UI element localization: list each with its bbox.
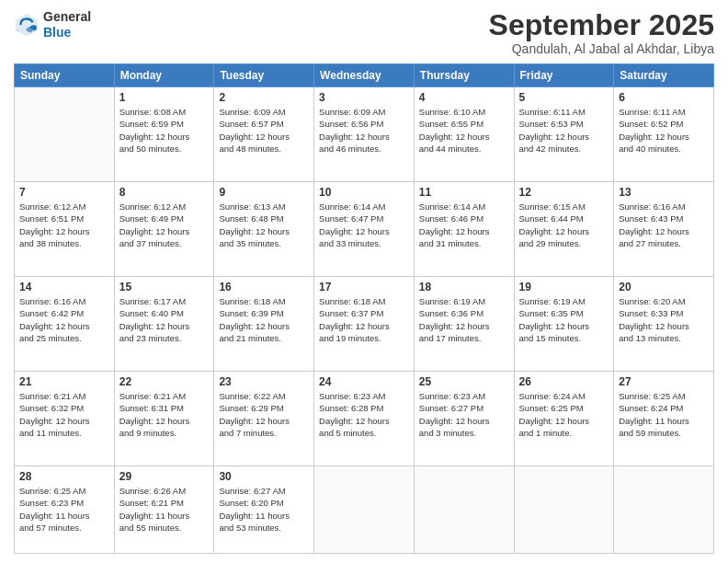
header: General Blue September 2025 Qandulah, Al… xyxy=(14,9,714,56)
day-info: Sunrise: 6:26 AMSunset: 6:21 PMDaylight:… xyxy=(119,485,210,534)
day-cell: 28Sunrise: 6:25 AMSunset: 6:23 PMDayligh… xyxy=(15,466,115,554)
day-number: 29 xyxy=(119,470,210,483)
day-info: Sunrise: 6:27 AMSunset: 6:20 PMDaylight:… xyxy=(219,485,309,534)
day-cell: 18Sunrise: 6:19 AMSunset: 6:36 PMDayligh… xyxy=(414,277,514,372)
day-number: 13 xyxy=(619,186,709,199)
day-cell: 20Sunrise: 6:20 AMSunset: 6:33 PMDayligh… xyxy=(614,277,714,372)
day-info: Sunrise: 6:19 AMSunset: 6:36 PMDaylight:… xyxy=(419,295,509,344)
weekday-header-saturday: Saturday xyxy=(614,64,714,87)
weekday-header-sunday: Sunday xyxy=(15,64,115,87)
day-number: 6 xyxy=(619,91,709,104)
day-cell: 29Sunrise: 6:26 AMSunset: 6:21 PMDayligh… xyxy=(114,466,214,554)
day-cell xyxy=(514,466,614,554)
day-number: 2 xyxy=(219,91,309,104)
day-cell: 24Sunrise: 6:23 AMSunset: 6:28 PMDayligh… xyxy=(314,372,415,466)
day-info: Sunrise: 6:09 AMSunset: 6:57 PMDaylight:… xyxy=(219,106,309,155)
day-cell: 4Sunrise: 6:10 AMSunset: 6:55 PMDaylight… xyxy=(414,87,514,182)
day-info: Sunrise: 6:21 AMSunset: 6:32 PMDaylight:… xyxy=(19,390,109,439)
day-cell: 19Sunrise: 6:19 AMSunset: 6:35 PMDayligh… xyxy=(514,277,614,372)
day-info: Sunrise: 6:25 AMSunset: 6:23 PMDaylight:… xyxy=(19,485,109,534)
day-info: Sunrise: 6:12 AMSunset: 6:51 PMDaylight:… xyxy=(19,201,109,249)
day-info: Sunrise: 6:14 AMSunset: 6:47 PMDaylight:… xyxy=(319,201,409,249)
day-cell: 27Sunrise: 6:25 AMSunset: 6:24 PMDayligh… xyxy=(614,372,714,466)
day-number: 11 xyxy=(419,186,509,199)
day-number: 22 xyxy=(119,375,210,388)
day-cell: 16Sunrise: 6:18 AMSunset: 6:39 PMDayligh… xyxy=(214,277,314,372)
day-number: 26 xyxy=(519,375,609,388)
day-cell: 8Sunrise: 6:12 AMSunset: 6:49 PMDaylight… xyxy=(114,182,214,277)
day-cell: 12Sunrise: 6:15 AMSunset: 6:44 PMDayligh… xyxy=(514,182,614,277)
day-info: Sunrise: 6:16 AMSunset: 6:42 PMDaylight:… xyxy=(19,295,109,344)
title-block: September 2025 Qandulah, Al Jabal al Akh… xyxy=(489,9,714,56)
day-number: 10 xyxy=(319,186,409,199)
day-info: Sunrise: 6:14 AMSunset: 6:46 PMDaylight:… xyxy=(419,201,509,249)
day-info: Sunrise: 6:21 AMSunset: 6:31 PMDaylight:… xyxy=(119,390,210,439)
day-cell xyxy=(614,466,714,554)
weekday-header-monday: Monday xyxy=(114,64,214,87)
day-cell: 9Sunrise: 6:13 AMSunset: 6:48 PMDaylight… xyxy=(214,182,314,277)
day-info: Sunrise: 6:18 AMSunset: 6:37 PMDaylight:… xyxy=(319,295,409,344)
day-info: Sunrise: 6:22 AMSunset: 6:29 PMDaylight:… xyxy=(219,390,309,439)
week-row-1: 1Sunrise: 6:08 AMSunset: 6:59 PMDaylight… xyxy=(15,87,714,182)
day-cell xyxy=(414,466,514,554)
day-info: Sunrise: 6:11 AMSunset: 6:52 PMDaylight:… xyxy=(619,106,709,155)
svg-marker-0 xyxy=(16,14,38,36)
month-title: September 2025 xyxy=(489,9,714,41)
week-row-3: 14Sunrise: 6:16 AMSunset: 6:42 PMDayligh… xyxy=(15,277,714,372)
day-number: 18 xyxy=(419,281,509,293)
day-cell: 2Sunrise: 6:09 AMSunset: 6:57 PMDaylight… xyxy=(214,87,314,182)
day-cell: 30Sunrise: 6:27 AMSunset: 6:20 PMDayligh… xyxy=(214,466,314,554)
day-cell: 15Sunrise: 6:17 AMSunset: 6:40 PMDayligh… xyxy=(114,277,214,372)
day-number: 17 xyxy=(319,281,409,293)
day-number: 8 xyxy=(119,186,210,199)
day-cell: 10Sunrise: 6:14 AMSunset: 6:47 PMDayligh… xyxy=(314,182,415,277)
page: General Blue September 2025 Qandulah, Al… xyxy=(0,0,728,563)
day-number: 25 xyxy=(419,375,509,388)
day-cell: 23Sunrise: 6:22 AMSunset: 6:29 PMDayligh… xyxy=(214,372,314,466)
day-number: 9 xyxy=(219,186,309,199)
weekday-header-thursday: Thursday xyxy=(414,64,514,87)
day-cell: 26Sunrise: 6:24 AMSunset: 6:25 PMDayligh… xyxy=(514,372,614,466)
calendar: SundayMondayTuesdayWednesdayThursdayFrid… xyxy=(14,63,714,554)
day-number: 23 xyxy=(219,375,309,388)
day-info: Sunrise: 6:16 AMSunset: 6:43 PMDaylight:… xyxy=(619,201,709,249)
logo: General Blue xyxy=(14,9,91,40)
day-number: 30 xyxy=(219,470,309,483)
day-cell: 22Sunrise: 6:21 AMSunset: 6:31 PMDayligh… xyxy=(114,372,214,466)
logo-general: General xyxy=(43,9,91,25)
day-number: 7 xyxy=(19,186,109,199)
day-number: 24 xyxy=(319,375,409,388)
logo-blue: Blue xyxy=(43,25,91,40)
day-cell: 3Sunrise: 6:09 AMSunset: 6:56 PMDaylight… xyxy=(314,87,415,182)
weekday-header-friday: Friday xyxy=(514,64,614,87)
day-info: Sunrise: 6:17 AMSunset: 6:40 PMDaylight:… xyxy=(119,295,210,344)
day-number: 12 xyxy=(519,186,609,199)
day-cell: 1Sunrise: 6:08 AMSunset: 6:59 PMDaylight… xyxy=(114,87,214,182)
day-cell: 25Sunrise: 6:23 AMSunset: 6:27 PMDayligh… xyxy=(414,372,514,466)
day-info: Sunrise: 6:12 AMSunset: 6:49 PMDaylight:… xyxy=(119,201,210,249)
day-cell: 14Sunrise: 6:16 AMSunset: 6:42 PMDayligh… xyxy=(15,277,115,372)
day-number: 20 xyxy=(619,281,709,293)
day-number: 19 xyxy=(519,281,609,293)
day-info: Sunrise: 6:09 AMSunset: 6:56 PMDaylight:… xyxy=(319,106,409,155)
weekday-header-wednesday: Wednesday xyxy=(314,64,415,87)
day-number: 16 xyxy=(219,281,309,293)
day-info: Sunrise: 6:10 AMSunset: 6:55 PMDaylight:… xyxy=(419,106,509,155)
day-number: 3 xyxy=(319,91,409,104)
day-info: Sunrise: 6:11 AMSunset: 6:53 PMDaylight:… xyxy=(519,106,609,155)
day-info: Sunrise: 6:15 AMSunset: 6:44 PMDaylight:… xyxy=(519,201,609,249)
week-row-5: 28Sunrise: 6:25 AMSunset: 6:23 PMDayligh… xyxy=(15,466,714,554)
week-row-4: 21Sunrise: 6:21 AMSunset: 6:32 PMDayligh… xyxy=(15,372,714,466)
day-cell xyxy=(314,466,415,554)
location: Qandulah, Al Jabal al Akhdar, Libya xyxy=(489,41,714,56)
day-cell: 5Sunrise: 6:11 AMSunset: 6:53 PMDaylight… xyxy=(514,87,614,182)
day-cell: 6Sunrise: 6:11 AMSunset: 6:52 PMDaylight… xyxy=(614,87,714,182)
week-row-2: 7Sunrise: 6:12 AMSunset: 6:51 PMDaylight… xyxy=(15,182,714,277)
day-cell: 11Sunrise: 6:14 AMSunset: 6:46 PMDayligh… xyxy=(414,182,514,277)
day-number: 14 xyxy=(19,281,109,293)
day-info: Sunrise: 6:20 AMSunset: 6:33 PMDaylight:… xyxy=(619,295,709,344)
day-info: Sunrise: 6:23 AMSunset: 6:27 PMDaylight:… xyxy=(419,390,509,439)
day-info: Sunrise: 6:24 AMSunset: 6:25 PMDaylight:… xyxy=(519,390,609,439)
day-cell: 13Sunrise: 6:16 AMSunset: 6:43 PMDayligh… xyxy=(614,182,714,277)
day-number: 4 xyxy=(419,91,509,104)
